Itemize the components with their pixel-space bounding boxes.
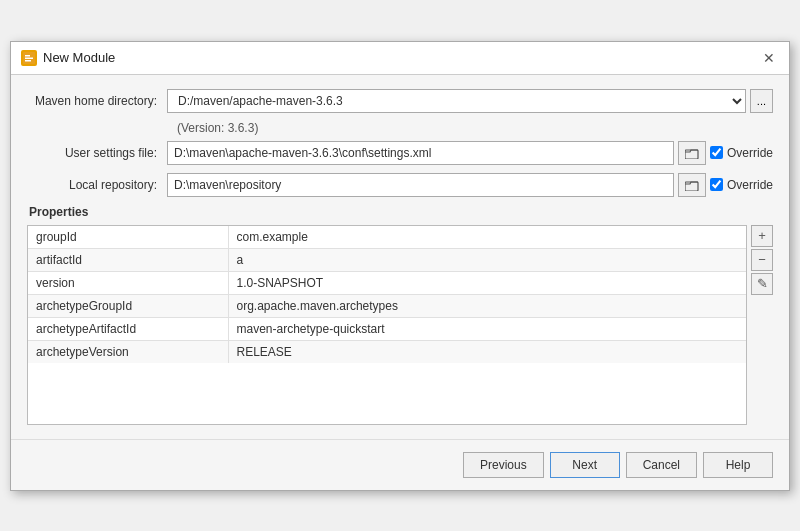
close-button[interactable]: ✕ <box>759 48 779 68</box>
table-row[interactable]: groupId com.example <box>28 226 746 249</box>
property-value: a <box>228 248 746 271</box>
property-value: maven-archetype-quickstart <box>228 317 746 340</box>
table-row[interactable]: archetypeArtifactId maven-archetype-quic… <box>28 317 746 340</box>
maven-home-dropdown[interactable]: D:/maven/apache-maven-3.6.3 <box>167 89 746 113</box>
dialog-title: New Module <box>43 50 115 65</box>
local-repo-browse-button[interactable] <box>678 173 706 197</box>
property-key: artifactId <box>28 248 228 271</box>
remove-property-button[interactable]: − <box>751 249 773 271</box>
user-settings-control-group: Override <box>167 141 773 165</box>
maven-version-text: (Version: 3.6.3) <box>177 121 773 135</box>
local-repo-control-group: Override <box>167 173 773 197</box>
table-row[interactable]: artifactId a <box>28 248 746 271</box>
user-settings-browse-button[interactable] <box>678 141 706 165</box>
maven-home-control-group: D:/maven/apache-maven-3.6.3 ... <box>167 89 773 113</box>
property-key: archetypeVersion <box>28 340 228 363</box>
edit-property-button[interactable]: ✎ <box>751 273 773 295</box>
properties-table: groupId com.example artifactId a version… <box>28 226 746 363</box>
svg-rect-2 <box>25 57 33 59</box>
help-button[interactable]: Help <box>703 452 773 478</box>
local-repo-override-label: Override <box>727 178 773 192</box>
properties-section-header: Properties <box>27 205 773 219</box>
dialog-footer: Previous Next Cancel Help <box>11 439 789 490</box>
maven-home-label: Maven home directory: <box>27 94 167 108</box>
property-value: 1.0-SNAPSHOT <box>228 271 746 294</box>
title-bar-left: New Module <box>21 50 115 66</box>
local-repo-row: Local repository: Override <box>27 173 773 197</box>
user-settings-override-label: Override <box>727 146 773 160</box>
svg-rect-5 <box>685 182 698 191</box>
table-row[interactable]: version 1.0-SNAPSHOT <box>28 271 746 294</box>
properties-table-container: groupId com.example artifactId a version… <box>27 225 747 425</box>
svg-rect-3 <box>25 60 31 62</box>
local-repo-override-group: Override <box>710 178 773 192</box>
title-bar: New Module ✕ <box>11 42 789 75</box>
property-key: archetypeArtifactId <box>28 317 228 340</box>
local-repo-input[interactable] <box>167 173 674 197</box>
properties-side-buttons: + − ✎ <box>751 225 773 295</box>
maven-home-browse-button[interactable]: ... <box>750 89 773 113</box>
property-key: groupId <box>28 226 228 249</box>
dialog-content: Maven home directory: D:/maven/apache-ma… <box>11 75 789 439</box>
user-settings-override-group: Override <box>710 146 773 160</box>
local-repo-override-checkbox[interactable] <box>710 178 723 191</box>
property-value: com.example <box>228 226 746 249</box>
table-row[interactable]: archetypeVersion RELEASE <box>28 340 746 363</box>
user-settings-input[interactable] <box>167 141 674 165</box>
new-module-dialog: New Module ✕ Maven home directory: D:/ma… <box>10 41 790 491</box>
next-button[interactable]: Next <box>550 452 620 478</box>
properties-wrapper: groupId com.example artifactId a version… <box>27 225 773 425</box>
svg-rect-4 <box>685 150 698 159</box>
user-settings-override-checkbox[interactable] <box>710 146 723 159</box>
add-property-button[interactable]: + <box>751 225 773 247</box>
property-key: archetypeGroupId <box>28 294 228 317</box>
user-settings-label: User settings file: <box>27 146 167 160</box>
cancel-button[interactable]: Cancel <box>626 452 697 478</box>
user-settings-row: User settings file: Override <box>27 141 773 165</box>
property-value: org.apache.maven.archetypes <box>228 294 746 317</box>
maven-home-row: Maven home directory: D:/maven/apache-ma… <box>27 89 773 113</box>
local-repo-label: Local repository: <box>27 178 167 192</box>
svg-rect-1 <box>25 55 30 57</box>
property-key: version <box>28 271 228 294</box>
previous-button[interactable]: Previous <box>463 452 544 478</box>
property-value: RELEASE <box>228 340 746 363</box>
dialog-icon <box>21 50 37 66</box>
table-row[interactable]: archetypeGroupId org.apache.maven.archet… <box>28 294 746 317</box>
